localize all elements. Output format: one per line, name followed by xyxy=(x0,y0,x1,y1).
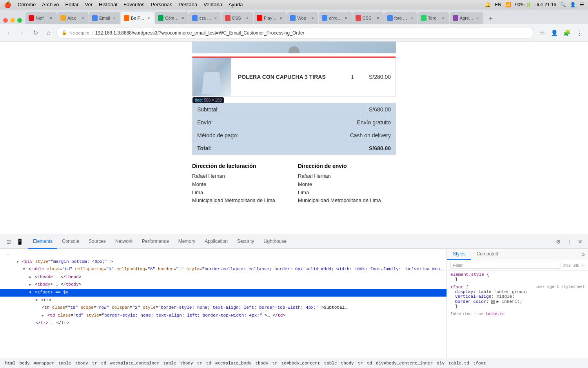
html-line-tr[interactable]: ▼ <tr> xyxy=(0,297,446,304)
tab-css1[interactable]: css … × xyxy=(189,12,221,24)
breadcrumb-tbody3[interactable]: tbody xyxy=(253,360,270,366)
expand-tr[interactable]: ▼ xyxy=(36,299,38,302)
html-line-thead[interactable]: ▶ <thead> … </thead> xyxy=(0,273,446,281)
devtools-inspect-btn[interactable]: ⊡ xyxy=(3,236,14,247)
tab-css3[interactable]: CSS × xyxy=(352,12,384,24)
devtools-tab-security[interactable]: Security xyxy=(232,235,259,249)
breadcrumb-div-body-content-inner[interactable]: div#body_content_inner xyxy=(374,360,435,366)
breadcrumb-tr1[interactable]: tr xyxy=(90,360,99,366)
breadcrumb-td-body-content[interactable]: td#body_content xyxy=(279,360,322,366)
tab-close-chro[interactable]: × xyxy=(343,15,349,21)
breadcrumb-tr2[interactable]: tr xyxy=(195,360,204,366)
tab-close-css1[interactable]: × xyxy=(213,15,218,21)
menubar-ayuda[interactable]: Ayuda xyxy=(229,2,243,7)
html-line-tbody[interactable]: ▶ <tbody> … </tbody> xyxy=(0,281,446,289)
expand-td[interactable]: ▶ xyxy=(42,314,44,318)
chrome-menu-button[interactable]: ⋮ xyxy=(574,27,585,38)
menubar-ventana[interactable]: Ventana xyxy=(203,2,222,7)
devtools-tab-memory[interactable]: Memory xyxy=(174,235,200,249)
breadcrumb-tbody2[interactable]: tbody xyxy=(178,360,195,366)
menubar-archivo[interactable]: Archivo xyxy=(42,2,59,7)
home-button[interactable]: ⌂ xyxy=(43,27,54,38)
tab-netflix[interactable]: Netfl × xyxy=(25,12,57,24)
filter-input[interactable] xyxy=(450,262,561,269)
html-line-tfoot[interactable]: ▼ <tfoot> == $0 xyxy=(0,289,446,297)
devtools-more-btn[interactable]: ⋮ xyxy=(564,237,574,246)
devtools-tab-performance[interactable]: Performance xyxy=(137,235,174,249)
expand-tfoot[interactable]: ▼ xyxy=(29,291,31,295)
tab-close-ajax[interactable]: × xyxy=(80,15,85,21)
extensions-button[interactable]: 🧩 xyxy=(561,27,572,38)
breadcrumb-wrapper[interactable]: #wrapper xyxy=(32,360,56,366)
menubar-ver[interactable]: Ver xyxy=(85,2,93,7)
tab-close-css2[interactable]: × xyxy=(245,15,250,21)
menubar-editar[interactable]: Editar xyxy=(65,2,79,7)
devtools-settings-btn[interactable]: ⚙ xyxy=(554,237,563,246)
devtools-tab-console[interactable]: Console xyxy=(57,235,84,249)
styles-tab-computed[interactable]: Computed xyxy=(471,249,504,260)
expand-div[interactable]: ▼ xyxy=(17,260,19,264)
html-line-div[interactable]: ▼ <div style="margin-bottom: 40px;" > xyxy=(0,258,446,266)
forward-button[interactable]: › xyxy=(16,27,27,38)
apple-menu[interactable]: 🍎 xyxy=(4,1,11,8)
breadcrumb-tr4[interactable]: tr xyxy=(356,360,365,366)
devtools-tab-elements[interactable]: Elements xyxy=(28,235,57,249)
new-tab-button[interactable]: + xyxy=(485,13,496,24)
breadcrumb-template-container[interactable]: #template_container xyxy=(108,360,161,366)
tab-foro[interactable]: foro … × xyxy=(384,12,417,24)
tab-close-woo[interactable]: × xyxy=(310,15,315,21)
tab-play[interactable]: Play… × xyxy=(254,12,287,24)
html-line-td[interactable]: ▶ <td class="td" style="border-style: no… xyxy=(0,312,446,320)
styles-more-btn[interactable]: » xyxy=(579,249,588,260)
menubar-favoritos[interactable]: Favoritos xyxy=(123,2,144,7)
breadcrumb-html[interactable]: html xyxy=(3,360,17,366)
filter-add-btn[interactable]: + xyxy=(581,262,585,269)
expand-table[interactable]: ▼ xyxy=(23,268,25,271)
devtools-tab-application[interactable]: Application xyxy=(200,235,232,249)
tab-toro[interactable]: Toro × xyxy=(418,12,449,24)
tab-ajax[interactable]: Ajax × xyxy=(57,12,89,24)
devtools-tab-lighthouse[interactable]: Lighthouse xyxy=(259,235,291,249)
tab-bef[interactable]: Be F… × xyxy=(121,12,154,24)
filter-hov[interactable]: :hov xyxy=(563,263,571,268)
refresh-button[interactable]: ↻ xyxy=(30,27,41,38)
tab-close-toro[interactable]: × xyxy=(441,15,446,21)
tab-woo[interactable]: Woo × xyxy=(287,12,318,24)
filter-cls[interactable]: .cls xyxy=(573,263,579,268)
tab-email[interactable]: Email × xyxy=(89,12,120,24)
html-line-th[interactable]: <th class="td" scope="row" colspan="2" s… xyxy=(0,304,353,312)
breadcrumb-table3[interactable]: table xyxy=(322,360,339,366)
html-line-table[interactable]: ▼ <table class="td" cellspacing="0" cell… xyxy=(0,266,446,273)
profile-button[interactable]: 👤 xyxy=(549,27,560,38)
back-button[interactable]: ‹ xyxy=(3,27,14,38)
breadcrumb-table2[interactable]: table xyxy=(161,360,178,366)
tab-chro[interactable]: chro… × xyxy=(319,12,352,24)
breadcrumb-td2[interactable]: td xyxy=(204,360,213,366)
breadcrumb-td3[interactable]: td xyxy=(365,360,374,366)
tab-close-css3[interactable]: × xyxy=(375,15,381,21)
tab-close-agre[interactable]: × xyxy=(475,15,480,21)
breadcrumb-table-td[interactable]: table.td xyxy=(446,360,471,366)
devtools-close-btn[interactable]: ✕ xyxy=(575,237,585,246)
devtools-device-btn[interactable]: 📱 xyxy=(14,236,25,247)
breadcrumb-tfoot[interactable]: tfoot xyxy=(471,360,488,366)
tab-close-foro[interactable]: × xyxy=(409,15,414,21)
tab-css2[interactable]: CSS × xyxy=(222,12,253,24)
url-bar[interactable]: 🔓 No seguro | 192.168.1.3:8888/wordpress… xyxy=(56,27,534,39)
menubar-historial[interactable]: Historial xyxy=(99,2,117,7)
breadcrumb-div[interactable]: div xyxy=(435,360,446,366)
tab-close-bef[interactable]: × xyxy=(146,15,151,21)
menubar-personas[interactable]: Personas xyxy=(151,2,172,7)
styles-tab-styles[interactable]: Styles xyxy=(447,249,471,260)
tab-close-email[interactable]: × xyxy=(112,15,117,21)
breadcrumb-body[interactable]: body xyxy=(17,360,31,366)
breadcrumb-td1[interactable]: td xyxy=(99,360,108,366)
breadcrumb-tr3[interactable]: tr xyxy=(270,360,279,366)
devtools-tab-network[interactable]: Network xyxy=(111,235,137,249)
menubar-pestana[interactable]: Pestaña xyxy=(178,2,197,7)
expand-thead[interactable]: ▶ xyxy=(29,275,31,279)
expand-tbody[interactable]: ▶ xyxy=(29,283,31,287)
breadcrumb-template-body[interactable]: #template_body xyxy=(213,360,253,366)
tab-com[interactable]: Cóm… × xyxy=(155,12,189,24)
maximize-window-btn[interactable] xyxy=(17,18,22,23)
